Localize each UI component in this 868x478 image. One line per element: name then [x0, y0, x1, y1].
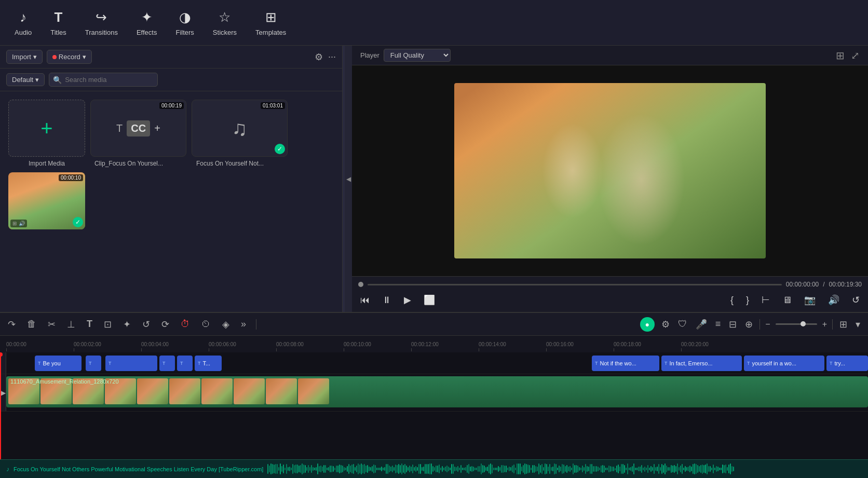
music-card[interactable]: 01:03:01 ♫ ✓ Focus On Yourself Not... — [192, 100, 288, 167]
video-segment[interactable]: 1110670_Amusement_Relation_1280x720 — [6, 376, 868, 407]
import-media-label: Import Media — [8, 160, 85, 167]
progress-track[interactable] — [368, 284, 782, 285]
import-media-card[interactable]: + Import Media — [8, 100, 85, 167]
toolbar-item-effects[interactable]: ✦ Effects — [127, 5, 167, 40]
crop-button[interactable]: ⊡ — [102, 317, 113, 332]
shield-button[interactable]: 🛡 — [676, 317, 689, 331]
wave-bar — [725, 465, 726, 473]
wave-bar — [299, 466, 300, 472]
title-clip-5[interactable]: T T... — [195, 356, 222, 371]
text-button[interactable]: T — [85, 317, 94, 331]
wave-bar — [605, 468, 606, 470]
wave-bar — [485, 467, 486, 471]
wave-bar — [699, 466, 700, 472]
toolbar-item-filters[interactable]: ◑ Filters — [166, 5, 203, 40]
stop-button[interactable]: ⬜ — [422, 292, 437, 308]
zoom-out-button[interactable]: − — [765, 320, 770, 329]
templates-icon: ⊞ — [265, 9, 277, 25]
timer-button[interactable]: ⏲ — [200, 317, 212, 331]
prev-button[interactable]: ⏮ — [358, 293, 372, 308]
snapshot-button[interactable]: 📷 — [802, 292, 818, 308]
delete-button[interactable]: 🗑 — [25, 317, 38, 331]
history-button[interactable]: ↺ — [141, 317, 152, 332]
toolbar-item-audio[interactable]: ♪ Audio — [5, 5, 41, 40]
music-card-thumb[interactable]: 01:03:01 ♫ ✓ — [192, 100, 288, 157]
title-clip-1[interactable]: T — [86, 356, 101, 371]
wave-bar — [584, 467, 585, 471]
record-button[interactable]: Record ▾ — [47, 50, 92, 64]
monitor-button[interactable]: 🖥 — [780, 293, 794, 308]
mic-button[interactable]: 🎤 — [694, 317, 709, 332]
list-button[interactable]: ≡ — [714, 317, 723, 331]
timeline-tracks[interactable]: T Be you T T T T — [0, 352, 868, 459]
zoom-slider[interactable] — [776, 323, 817, 325]
volume-button[interactable]: 🔊 — [826, 292, 842, 308]
filter-icon[interactable]: ⚙ — [315, 51, 323, 63]
default-dropdown-button[interactable]: Default ▾ — [6, 73, 45, 86]
title-clip-8[interactable]: T yourself in a wo... — [744, 356, 824, 371]
toolbar-item-templates[interactable]: ⊞ Templates — [246, 5, 295, 40]
out-mark-button[interactable]: } — [744, 293, 751, 308]
title-clip-3[interactable]: T — [159, 356, 175, 371]
quality-select[interactable]: Full Quality High Quality Medium Quality… — [384, 49, 451, 62]
title-clip-4[interactable]: T — [177, 356, 193, 371]
split-audio-button[interactable]: ⊥ — [65, 317, 77, 332]
wave-bar — [420, 464, 421, 474]
play-frame-button[interactable]: ⏸ — [380, 293, 394, 308]
speed-button[interactable]: ⏱ — [179, 317, 192, 331]
import-plus-icon[interactable]: + — [8, 100, 85, 157]
green-tool-button[interactable]: ● — [640, 317, 655, 332]
title-clip-0[interactable]: T Be you — [35, 356, 82, 371]
video-track-play-btn[interactable]: ▶ — [1, 389, 6, 397]
video-thumb[interactable]: 00:00:10 ⊞ 🔊 ✓ — [8, 172, 85, 229]
video-thumb-container[interactable]: 00:00:10 ⊞ 🔊 ✓ — [8, 172, 85, 229]
more-tools-button[interactable]: » — [239, 317, 248, 331]
wave-bar — [345, 468, 346, 470]
wave-bar — [517, 463, 518, 474]
redo-button[interactable]: ↷ — [6, 317, 17, 332]
zoom-slider-thumb[interactable] — [801, 321, 806, 326]
wave-bar — [660, 467, 661, 471]
wave-bar — [309, 467, 310, 471]
import-button[interactable]: Import ▾ — [6, 50, 43, 64]
paint-button[interactable]: ◈ — [221, 317, 231, 332]
more-icon[interactable]: ··· — [328, 51, 336, 62]
grid-view-button[interactable]: ⊞ — [838, 317, 849, 332]
more-options-button[interactable]: ▾ — [854, 317, 862, 332]
settings-button[interactable]: ↺ — [850, 292, 862, 308]
toolbar-item-titles[interactable]: T Titles — [41, 5, 76, 40]
refresh-button[interactable]: ⟳ — [160, 317, 171, 332]
clip-cc-label: Clip_Focus On Yoursel... — [90, 160, 167, 167]
title-clip-7[interactable]: T In fact, Emerso... — [661, 356, 742, 371]
in-mark-button[interactable]: { — [728, 293, 736, 308]
title-clip-2[interactable]: T — [105, 356, 157, 371]
play-button[interactable]: ▶ — [402, 292, 413, 308]
toolbar-item-transitions[interactable]: ↪ Transitions — [76, 5, 127, 40]
title-clip-6[interactable]: T Not if the wo... — [592, 356, 659, 371]
wave-bar — [707, 463, 708, 474]
title-clip-9[interactable]: T try... — [826, 356, 868, 371]
ruler-tick-9 — [614, 348, 614, 351]
expand-icon[interactable]: ⤢ — [851, 49, 860, 62]
wave-bar — [587, 466, 588, 472]
clip-cc-card[interactable]: 00:00:19 T CC + Clip_Focus On Yoursel... — [90, 100, 186, 167]
ruler-tick-10 — [681, 348, 682, 351]
progress-handle[interactable] — [358, 282, 363, 287]
collapse-arrow[interactable]: ◀ — [345, 46, 352, 312]
toolbar-item-stickers[interactable]: ☆ Stickers — [204, 5, 246, 40]
cut-button[interactable]: ✂ — [46, 317, 57, 332]
import2-button[interactable]: ⊕ — [743, 317, 754, 332]
wave-bar — [355, 467, 356, 471]
cc-card-thumb[interactable]: 00:00:19 T CC + — [90, 100, 186, 157]
zoom-in-button[interactable]: + — [822, 320, 827, 329]
grid-icon[interactable]: ⊞ — [836, 49, 845, 62]
toolbar-label-stickers: Stickers — [213, 29, 237, 36]
settings2-button[interactable]: ⚙ — [660, 317, 671, 332]
transform-button[interactable]: ✦ — [121, 317, 132, 332]
layers-button[interactable]: ⊟ — [727, 317, 738, 332]
search-icon: 🔍 — [53, 76, 62, 84]
wave-bar — [389, 466, 390, 472]
video-card[interactable]: 00:00:10 ⊞ 🔊 ✓ — [8, 172, 85, 233]
search-input[interactable] — [49, 73, 158, 87]
trim-button[interactable]: ⊢ — [760, 292, 772, 308]
